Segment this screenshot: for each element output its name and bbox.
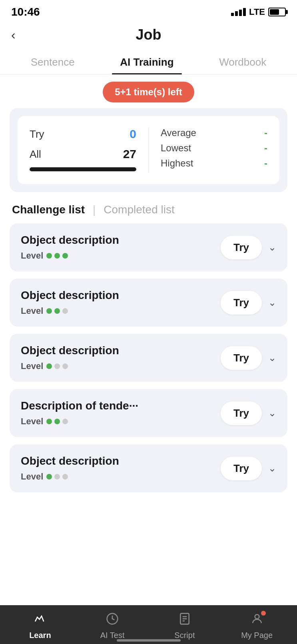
level-dot — [54, 253, 60, 259]
lowest-label: Lowest — [161, 142, 191, 154]
level-dot — [62, 419, 68, 424]
stats-divider — [148, 127, 149, 173]
tab-sentence[interactable]: Sentence — [23, 50, 83, 74]
tab-wordbook[interactable]: Wordbook — [211, 50, 274, 74]
challenge-list: Object description Level Try ⌄ Object de… — [0, 223, 297, 492]
stats-wrapper: Try 0 All 27 Average - Lowest — [10, 108, 287, 192]
level-dot — [54, 419, 60, 424]
try-button[interactable]: Try — [221, 291, 262, 315]
average-row: Average - — [161, 127, 267, 138]
status-time: 10:46 — [11, 6, 40, 18]
nav-label-script: Script — [174, 631, 195, 640]
challenge-info: Object description Level — [21, 455, 221, 482]
level-dot — [46, 419, 52, 424]
tries-badge: 5+1 time(s) left — [103, 82, 194, 102]
level-dots — [46, 253, 68, 259]
nav-label-ai-test: AI Test — [100, 631, 125, 640]
try-button[interactable]: Try — [221, 401, 262, 425]
challenge-title: Object description — [21, 234, 221, 247]
list-header: Challenge list | Completed list — [0, 192, 297, 223]
nav-label-learn: Learn — [29, 631, 51, 640]
challenge-actions: Try ⌄ — [221, 346, 276, 370]
svg-point-5 — [255, 614, 259, 619]
all-label: All — [30, 148, 41, 160]
level-label: Level — [21, 416, 43, 427]
badge-container: 5+1 time(s) left — [0, 74, 297, 108]
challenge-actions: Try ⌄ — [221, 457, 276, 480]
level-dots — [46, 474, 68, 479]
nav-item-my-page[interactable]: My Page — [233, 612, 281, 640]
level-dot — [62, 363, 68, 369]
level-dot — [46, 253, 52, 259]
challenge-item: Object description Level Try ⌄ — [10, 444, 287, 492]
lowest-value: - — [264, 142, 267, 154]
chevron-down-icon[interactable]: ⌄ — [268, 463, 276, 474]
lowest-row: Lowest - — [161, 142, 267, 154]
highest-value: - — [264, 158, 267, 169]
list-divider: | — [93, 203, 96, 216]
level-dot — [62, 474, 68, 479]
try-button[interactable]: Try — [221, 457, 262, 480]
challenge-info: Object description Level — [21, 344, 221, 371]
average-value: - — [264, 127, 267, 138]
level-dot — [54, 308, 60, 314]
challenge-level: Level — [21, 416, 221, 427]
ai-test-icon — [106, 612, 119, 628]
nav-item-script[interactable]: Script — [161, 612, 209, 640]
level-dots — [46, 363, 68, 369]
learn-icon — [34, 612, 46, 628]
lte-label: LTE — [249, 7, 265, 17]
chevron-down-icon[interactable]: ⌄ — [268, 407, 276, 419]
battery-icon — [268, 8, 286, 16]
completed-list-tab[interactable]: Completed list — [104, 203, 174, 216]
chevron-down-icon[interactable]: ⌄ — [268, 242, 276, 253]
level-dot — [46, 363, 52, 369]
level-label: Level — [21, 471, 43, 482]
chevron-down-icon[interactable]: ⌄ — [268, 352, 276, 363]
challenge-level: Level — [21, 251, 221, 261]
try-button[interactable]: Try — [221, 236, 262, 259]
back-button[interactable]: ‹ — [11, 28, 16, 42]
all-row: All 27 — [30, 147, 136, 161]
status-icons: LTE — [231, 7, 286, 17]
challenge-list-tab[interactable]: Challenge list — [12, 203, 85, 216]
challenge-title: Description of tende··· — [21, 399, 221, 412]
level-dot — [46, 308, 52, 314]
challenge-actions: Try ⌄ — [221, 401, 276, 425]
challenge-info: Description of tende··· Level — [21, 399, 221, 427]
bottom-nav: Learn AI Test Script My Page — [0, 605, 297, 644]
level-label: Level — [21, 361, 43, 371]
all-value: 27 — [123, 147, 136, 161]
stats-right: Average - Lowest - Highest - — [161, 127, 267, 173]
try-value: 0 — [130, 127, 136, 141]
try-label: Try — [30, 128, 44, 140]
level-dot — [62, 253, 68, 259]
level-dot — [46, 474, 52, 479]
progress-bar — [30, 167, 136, 171]
highest-label: Highest — [161, 158, 193, 169]
chevron-down-icon[interactable]: ⌄ — [268, 297, 276, 308]
nav-badge-dot — [261, 611, 266, 616]
tab-ai-training[interactable]: AI Training — [112, 50, 181, 74]
signal-icon — [231, 8, 246, 16]
challenge-level: Level — [21, 306, 221, 316]
nav-label-my-page: My Page — [241, 631, 273, 640]
challenge-item: Object description Level Try ⌄ — [10, 279, 287, 327]
status-bar: 10:46 LTE — [0, 0, 297, 22]
challenge-item: Object description Level Try ⌄ — [10, 223, 287, 271]
challenge-level: Level — [21, 471, 221, 482]
try-button[interactable]: Try — [221, 346, 262, 370]
challenge-info: Object description Level — [21, 234, 221, 261]
level-dots — [46, 308, 68, 314]
level-label: Level — [21, 306, 43, 316]
level-label: Level — [21, 251, 43, 261]
level-dots — [46, 419, 68, 424]
nav-item-ai-test[interactable]: AI Test — [88, 612, 136, 640]
challenge-actions: Try ⌄ — [221, 291, 276, 315]
home-indicator — [117, 639, 181, 642]
nav-item-learn[interactable]: Learn — [16, 612, 64, 640]
highest-row: Highest - — [161, 158, 267, 169]
stats-left: Try 0 All 27 — [30, 127, 136, 173]
script-icon — [178, 612, 191, 628]
level-dot — [54, 474, 60, 479]
